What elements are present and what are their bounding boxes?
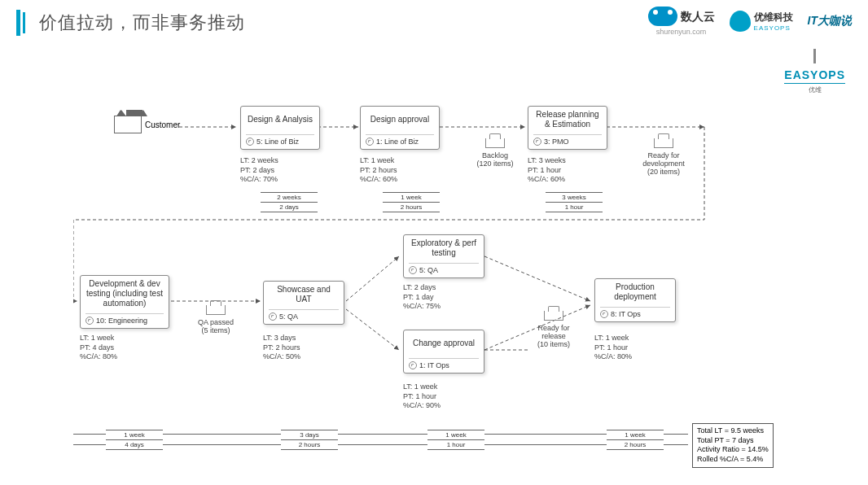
role-icon (269, 312, 277, 321)
tray-icon (485, 138, 505, 148)
box-design-analysis: Design & Analysis 5: Line of Biz (240, 106, 320, 150)
itdakashuo-logo: IT大咖说 (808, 14, 852, 28)
factory-icon (114, 116, 142, 133)
ladder-test: 1 week1 hour (427, 430, 484, 450)
svg-line-6 (346, 309, 399, 350)
ladder-release: 3 weeks1 hour (546, 192, 603, 212)
ladder-approval: 1 week2 hours (383, 192, 440, 212)
easyops-logo: 优维科技 EASYOPS (730, 11, 793, 32)
metrics-perf: LT: 2 daysPT: 1 day%C/A: 75% (403, 283, 441, 312)
metrics-uat: LT: 3 daysPT: 2 hours%C/A: 50% (263, 334, 300, 362)
tray-icon (206, 305, 226, 315)
easyops-sublogo: EASYOPS 优维 (784, 49, 845, 94)
box-showcase-uat: Showcase and UAT 5: QA (263, 281, 344, 325)
box-release-planning: Release planning & Estimation 3: PMO (528, 106, 607, 150)
box-change-approval: Change approval 1: IT Ops (403, 330, 484, 374)
role-icon (366, 138, 374, 146)
accent-bar-thin (23, 12, 25, 33)
metrics-change: LT: 1 weekPT: 1 hour%C/A: 90% (403, 382, 441, 411)
metrics-release: LT: 3 weeksPT: 1 hour%C/A: 60% (528, 156, 566, 185)
tray-icon (654, 138, 673, 148)
box-exploratory-testing: Exploratory & perf testing 5: QA (403, 234, 484, 278)
ladder-uat: 3 days2 hours (281, 430, 338, 450)
svg-line-7 (484, 256, 590, 301)
cloud-icon (648, 7, 677, 26)
metrics-dev: LT: 1 weekPT: 4 days%C/A: 80% (80, 334, 117, 362)
box-production-deployment: Production deployment 8: IT Ops (594, 278, 676, 322)
summary-totals: Total LT = 9.5 weeks Total PT = 7 days A… (692, 423, 774, 468)
queue-ready-dev: Ready for development(20 items) (631, 138, 696, 176)
ladder-line (338, 434, 427, 445)
ladder-dev: 1 week4 days (106, 430, 163, 450)
role-icon (533, 138, 541, 146)
metrics-prod: LT: 1 weekPT: 1 hour%C/A: 80% (594, 334, 632, 362)
shield-icon (730, 11, 751, 32)
queue-ready-release: Ready for release(10 items) (525, 311, 582, 348)
slide-title: 价值拉动，而非事务推动 (39, 11, 245, 35)
ladder-line (73, 434, 106, 445)
box-development: Development & dev testing (including tes… (80, 275, 169, 329)
accent-bar (16, 10, 20, 36)
value-stream-map: Customer Design & Analysis 5: Line of Bi… (73, 98, 806, 472)
queue-qa-passed: QA passed(5 items) (191, 305, 240, 334)
metrics-approval: LT: 1 weekPT: 2 hours%C/A: 60% (360, 156, 397, 185)
customer-node: Customer (114, 116, 180, 133)
tray-icon (544, 311, 563, 321)
box-design-approval: Design approval 1: Line of Biz (360, 106, 440, 150)
ladder-design: 2 weeks2 days (261, 192, 318, 212)
role-icon (246, 138, 254, 146)
queue-backlog: Backlog(120 items) (471, 138, 519, 168)
role-icon (409, 361, 417, 369)
role-icon (85, 317, 94, 325)
shurenyun-logo: 数人云 shurenyun.com (648, 7, 715, 36)
role-icon (409, 266, 417, 274)
ladder-prod: 1 week2 hours (607, 430, 664, 450)
ladder-line (163, 434, 281, 445)
ladder-line (664, 434, 688, 445)
sponsor-logos: 数人云 shurenyun.com 优维科技 EASYOPS IT大咖说 (648, 7, 852, 36)
role-icon (600, 310, 608, 318)
svg-line-5 (346, 256, 399, 301)
metrics-design: LT: 2 weeksPT: 2 days%C/A: 70% (240, 156, 278, 185)
ladder-line (484, 434, 607, 445)
